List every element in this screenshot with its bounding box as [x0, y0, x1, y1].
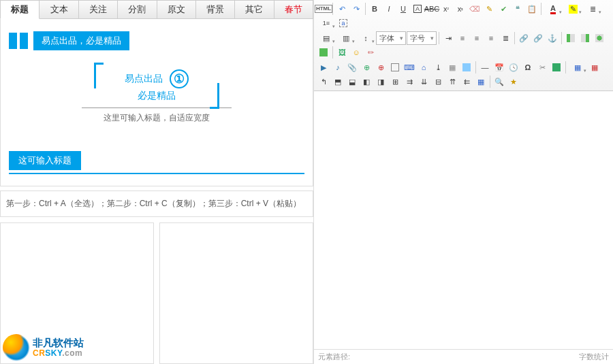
- image-right-button[interactable]: [578, 31, 592, 45]
- italic-button[interactable]: I: [382, 2, 396, 16]
- tpl1-tag: 易点出品，必是精品: [33, 31, 129, 50]
- strike-button[interactable]: ABC: [425, 2, 439, 16]
- gmap-button[interactable]: ⊕: [374, 61, 388, 74]
- clear-format-button[interactable]: ⌫: [468, 2, 482, 16]
- lineheight-button[interactable]: ↕: [356, 31, 375, 45]
- editor-toolbar: HTML ↶ ↷ B I U A ABC x² x₂ ⌫ ✎ ✔ ❝ 📋 A ✎: [314, 0, 613, 91]
- template-button[interactable]: ▦: [445, 61, 459, 74]
- superscript-button[interactable]: x²: [439, 2, 453, 16]
- blockquote-button[interactable]: ❝: [511, 2, 524, 16]
- tpl2-tag: 这可输入标题: [9, 151, 81, 170]
- redo-button[interactable]: ↷: [349, 2, 363, 16]
- attachment-button[interactable]: 📎: [345, 61, 359, 74]
- status-bar: 元素路径: 字数统计: [314, 349, 613, 364]
- tpl1-line2: 必是精品: [138, 90, 176, 101]
- insert-frame-button[interactable]: [388, 61, 402, 74]
- format-match-button[interactable]: ✎: [482, 2, 496, 16]
- merge-down-button[interactable]: ⇊: [417, 75, 430, 88]
- insert-col-button[interactable]: ◧: [360, 75, 373, 88]
- rowspacing-bottom-button[interactable]: ▥: [336, 31, 356, 45]
- merge-right-button[interactable]: ⇉: [403, 75, 416, 88]
- insert-image-button[interactable]: 🖼: [335, 46, 349, 59]
- delete-row-button[interactable]: ⬓: [345, 75, 359, 88]
- insert-table-button[interactable]: ▦: [568, 61, 587, 74]
- subscript-button[interactable]: x₂: [454, 2, 467, 16]
- preview-box-2[interactable]: [159, 222, 313, 365]
- font-border-button[interactable]: A: [411, 2, 424, 16]
- horizontal-button[interactable]: —: [478, 61, 492, 74]
- split-cells-button[interactable]: ⊟: [431, 75, 445, 88]
- editor-body[interactable]: [314, 91, 613, 349]
- merge-cells-button[interactable]: ⊞: [388, 75, 402, 88]
- autotype-button[interactable]: ✔: [497, 2, 510, 16]
- pasteplain-button[interactable]: 📋: [525, 2, 539, 16]
- map-button[interactable]: ⊕: [360, 61, 373, 74]
- tab-holiday[interactable]: 春节: [274, 0, 313, 19]
- image-none-button[interactable]: [317, 46, 330, 59]
- webapp-button[interactable]: ⌂: [417, 61, 430, 74]
- time-button[interactable]: 🕓: [507, 61, 520, 74]
- link-button[interactable]: 🔗: [517, 31, 531, 45]
- template-item-2[interactable]: 这可输入标题: [9, 151, 304, 174]
- insert-para-before-table-button[interactable]: ↰: [317, 75, 330, 88]
- rowspacing-top-button[interactable]: ▤: [317, 31, 336, 45]
- unlink-button[interactable]: 🔗: [531, 31, 545, 45]
- font-size-select[interactable]: 字号: [407, 31, 437, 45]
- bold-button[interactable]: B: [368, 2, 381, 16]
- indent-button[interactable]: ⇥: [441, 31, 455, 45]
- anchor-button[interactable]: ⚓: [546, 31, 559, 45]
- snapscreen-button[interactable]: ✂: [535, 61, 549, 74]
- tab-title[interactable]: 标题: [0, 0, 40, 19]
- tab-follow[interactable]: 关注: [79, 0, 118, 19]
- template-item-1[interactable]: 易点出品，必是精品 易点出品 ① 必是精品 这里可输入标题，自适应宽度: [9, 31, 304, 131]
- site-logo: 非凡软件站 CRSKY.com: [3, 334, 84, 361]
- scrawl-button[interactable]: ✏: [364, 46, 377, 59]
- undo-button[interactable]: ↶: [335, 2, 349, 16]
- unordered-list-button[interactable]: ≣: [583, 2, 602, 16]
- backcolor-button[interactable]: ✎: [563, 2, 582, 16]
- font-family-select[interactable]: 字体: [376, 31, 406, 45]
- tab-background[interactable]: 背景: [196, 0, 235, 19]
- underline-button[interactable]: U: [396, 2, 410, 16]
- tab-source[interactable]: 原文: [157, 0, 196, 19]
- insert-video-button[interactable]: ▶: [317, 61, 330, 74]
- delete-table-button[interactable]: ▦: [588, 61, 601, 74]
- wordimage-button[interactable]: [550, 61, 563, 74]
- instructions-bar: 第一步：Ctrl + A（全选）；第二步：Ctrl + C（复制）；第三步：Ct…: [0, 191, 313, 217]
- align-center-button[interactable]: ≡: [470, 31, 484, 45]
- selectall-button[interactable]: a: [336, 16, 350, 30]
- charts-button[interactable]: ▦: [474, 75, 488, 88]
- tab-text[interactable]: 文本: [40, 0, 78, 19]
- tab-other[interactable]: 其它: [235, 0, 274, 19]
- source-button[interactable]: HTML: [317, 2, 330, 16]
- word-count[interactable]: 字数统计: [579, 352, 609, 362]
- background-button[interactable]: [460, 61, 473, 74]
- pagebreak-button[interactable]: ⤓: [431, 61, 445, 74]
- split-cols-button[interactable]: ⇇: [460, 75, 473, 88]
- align-justify-button[interactable]: ≣: [499, 31, 512, 45]
- logo-line2: CRSKY.com: [33, 349, 84, 358]
- emoticon-button[interactable]: ☺: [349, 46, 363, 59]
- align-left-button[interactable]: ≡: [456, 31, 469, 45]
- ordered-list-button[interactable]: 1≡: [317, 16, 336, 30]
- tpl1-lines: 易点出品 ① 必是精品: [61, 69, 252, 102]
- image-left-button[interactable]: [564, 31, 578, 45]
- forecolor-button[interactable]: A: [544, 2, 563, 16]
- logo-swoosh-icon: [3, 334, 30, 361]
- delete-col-button[interactable]: ◨: [374, 75, 388, 88]
- searchreplace-button[interactable]: 🔍: [492, 75, 506, 88]
- image-center-button[interactable]: [593, 31, 606, 45]
- spechars-button[interactable]: Ω: [521, 61, 535, 74]
- template-tabs: 标题 文本 关注 分割 原文 背景 其它 春节: [0, 0, 313, 19]
- tab-divider[interactable]: 分割: [118, 0, 157, 19]
- music-button[interactable]: ♪: [331, 61, 345, 74]
- insert-code-button[interactable]: ⌨: [403, 61, 416, 74]
- element-path[interactable]: 元素路径:: [318, 352, 350, 362]
- date-button[interactable]: 📅: [492, 61, 506, 74]
- align-right-button[interactable]: ≡: [484, 31, 498, 45]
- insert-row-button[interactable]: ⬒: [331, 75, 345, 88]
- logo-line1: 非凡软件站: [33, 337, 84, 349]
- split-rows-button[interactable]: ⇈: [445, 75, 459, 88]
- template-list[interactable]: 易点出品，必是精品 易点出品 ① 必是精品 这里可输入标题，自适应宽度 这可输入…: [0, 19, 313, 186]
- help-button[interactable]: ★: [507, 75, 520, 88]
